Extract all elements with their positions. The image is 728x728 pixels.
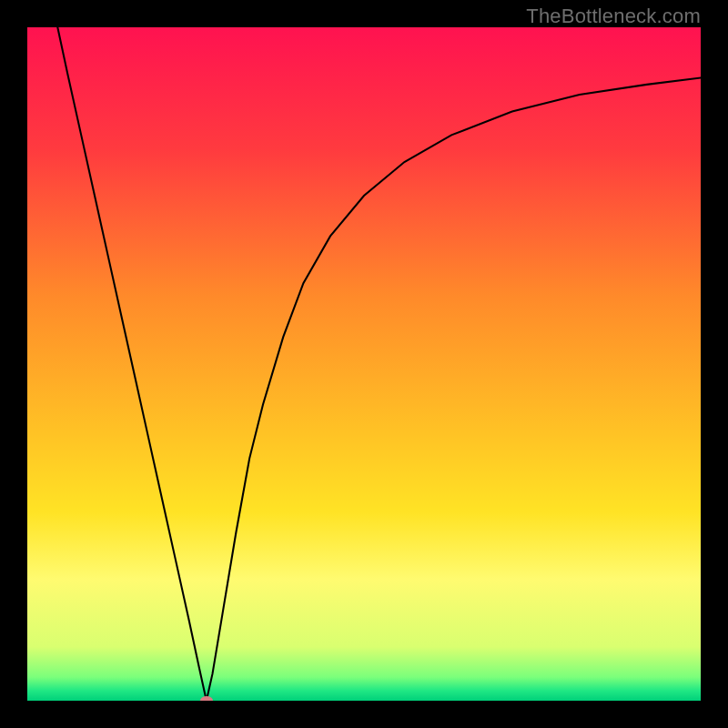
chart-frame: TheBottleneck.com xyxy=(0,0,728,728)
curve-right-branch xyxy=(207,78,701,702)
curve-left-branch xyxy=(57,27,207,701)
minimum-marker xyxy=(200,696,213,701)
bottleneck-curve xyxy=(27,27,701,701)
watermark-text: TheBottleneck.com xyxy=(526,5,701,28)
plot-area xyxy=(27,27,701,701)
